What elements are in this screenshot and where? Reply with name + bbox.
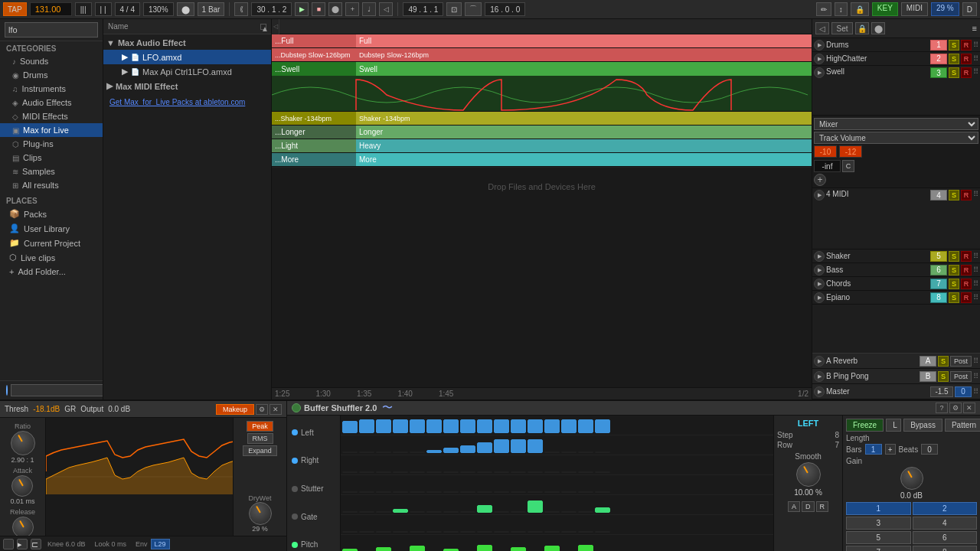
bs-bar-3-6[interactable] <box>443 491 459 493</box>
gain-knob[interactable] <box>900 467 923 490</box>
pingpong-post-btn[interactable]: Post <box>950 371 972 382</box>
attack-knob[interactable] <box>11 475 33 497</box>
bs-bar-1-13[interactable] <box>561 452 577 453</box>
num-5[interactable]: 5 <box>846 531 911 544</box>
bs-bar-5-8[interactable] <box>477 531 492 533</box>
bs-bar-2-5[interactable] <box>426 471 442 473</box>
stutter-dot[interactable] <box>292 486 298 492</box>
bs-bar-5-6[interactable] <box>443 531 459 533</box>
bs-bar-3-8[interactable] <box>477 491 492 493</box>
scroll-up-btn[interactable]: ▲ <box>260 24 266 30</box>
bs-bar-5-5[interactable] <box>426 531 442 533</box>
l-btn[interactable]: L <box>886 419 901 432</box>
sidebar-item-plugins[interactable]: ⬡ Plug-ins <box>0 137 103 151</box>
bs-bar-6-4[interactable] <box>410 546 425 551</box>
expand-btn[interactable]: Expand <box>243 445 277 456</box>
bs-bar-2-8[interactable] <box>477 471 492 473</box>
tap-button[interactable]: TAP <box>3 2 27 16</box>
sidebar-item-midi-effects[interactable]: ◇ MIDI Effects <box>0 109 103 123</box>
sidebar-item-audio-effects[interactable]: ◈ Audio Effects <box>0 96 103 109</box>
search-input[interactable] <box>5 22 98 37</box>
drums-play-btn[interactable]: ▶ <box>814 40 825 51</box>
chords-r-btn[interactable]: R <box>961 279 972 289</box>
pencil-btn[interactable]: ✏ <box>816 2 831 16</box>
bs-bar-1-7[interactable] <box>460 445 475 453</box>
browser-item-max-api[interactable]: ▶ 📄 Max Api Ctrl1LFO.amxd <box>103 64 271 79</box>
bs-bar-5-14[interactable] <box>578 531 593 533</box>
swell-play-btn[interactable]: ▶ <box>814 67 825 78</box>
bs-bar-5-15[interactable] <box>595 531 610 533</box>
bs-bar-4-4[interactable] <box>410 511 425 513</box>
vol-c-btn[interactable]: C <box>842 160 854 172</box>
bs-bar-3-3[interactable] <box>393 491 408 493</box>
bs-bar-1-9[interactable] <box>494 439 509 453</box>
right-dot[interactable] <box>292 458 298 464</box>
undo-btn[interactable]: ◁ <box>815 22 829 34</box>
clip-full-left[interactable]: ...Full <box>272 34 356 47</box>
midi-play-btn[interactable]: ▶ <box>814 190 825 201</box>
bs-bar-2-3[interactable] <box>393 471 408 473</box>
bs-bar-5-3[interactable] <box>393 531 408 533</box>
bs-bar-4-14[interactable] <box>578 511 593 513</box>
sidebar-item-add-folder[interactable]: + Add Folder... <box>0 265 103 279</box>
bs-bar-4-8[interactable] <box>477 505 492 513</box>
clip-heavy-right[interactable]: Heavy <box>356 139 812 152</box>
bs-bar-0-8[interactable] <box>477 419 492 433</box>
bs-bar-4-9[interactable] <box>494 511 509 513</box>
swell-s-btn[interactable]: S <box>949 67 959 78</box>
bs-power-icon[interactable] <box>292 403 301 412</box>
bs-bar-5-10[interactable] <box>511 531 526 533</box>
bs-bar-5-13[interactable] <box>561 531 577 533</box>
drums-s-btn[interactable]: S <box>949 40 959 51</box>
clip-more-left[interactable]: ...More <box>272 153 356 166</box>
comp-icon-btn2[interactable]: ▸ <box>17 539 28 549</box>
record-ctrl-btn[interactable]: ⬤ <box>871 22 885 34</box>
bs-bar-4-7[interactable] <box>460 511 475 513</box>
drums-r-btn[interactable]: R <box>961 40 972 51</box>
comp-settings-btn[interactable]: ⚙ <box>256 404 268 415</box>
gate-dot[interactable] <box>292 514 298 520</box>
chords-s-btn[interactable]: S <box>949 279 959 289</box>
bs-bar-1-8[interactable] <box>477 442 492 453</box>
rms-btn[interactable]: RMS <box>247 433 273 444</box>
midi-s-btn[interactable]: S <box>949 190 959 201</box>
bs-bar-0-6[interactable] <box>443 419 459 433</box>
clip-swell-right[interactable]: Swell <box>356 62 812 76</box>
sidebar-item-samples[interactable]: ≋ Samples <box>0 165 103 178</box>
bs-bar-4-5[interactable] <box>426 511 442 513</box>
bs-bar-6-10[interactable] <box>511 547 526 551</box>
epiano-r-btn[interactable]: R <box>961 292 972 303</box>
sidebar-item-clips[interactable]: ▤ Clips <box>0 151 103 165</box>
bs-bar-2-6[interactable] <box>443 471 459 473</box>
env-val[interactable]: L29 <box>151 539 170 549</box>
bs-bar-1-0[interactable] <box>342 452 358 453</box>
mixer-select[interactable]: Mixer <box>814 118 978 130</box>
master-play-btn[interactable]: ▶ <box>814 386 825 397</box>
bs-bar-3-9[interactable] <box>494 491 509 493</box>
reverb-s-btn[interactable]: S <box>938 356 949 367</box>
bs-bar-4-15[interactable] <box>595 507 610 513</box>
bass-s-btn[interactable]: S <box>949 265 959 276</box>
bs-bar-5-11[interactable] <box>528 531 543 533</box>
bs-bar-0-4[interactable] <box>410 419 425 433</box>
r-btn[interactable]: R <box>816 501 829 512</box>
bs-bar-2-9[interactable] <box>494 471 509 473</box>
clip-more-right[interactable]: More <box>356 153 812 166</box>
bs-bar-1-11[interactable] <box>528 439 543 453</box>
bs-bar-2-13[interactable] <box>561 471 577 473</box>
epiano-play-btn[interactable]: ▶ <box>814 292 825 303</box>
bs-bar-4-3[interactable] <box>393 509 408 513</box>
clip-full-right[interactable]: Full <box>356 34 812 47</box>
bs-bar-4-11[interactable] <box>528 500 543 513</box>
bs-bar-5-12[interactable] <box>544 531 560 533</box>
num-2[interactable]: 2 <box>913 502 978 515</box>
key-button[interactable]: KEY <box>872 2 898 16</box>
clip-shaker-left[interactable]: ...Shaker -134bpm <box>272 112 356 125</box>
a-btn[interactable]: A <box>788 501 800 512</box>
browser-group-max-audio[interactable]: ▼ Max Audio Effect <box>103 36 271 50</box>
bs-bar-0-10[interactable] <box>511 419 526 433</box>
bs-bar-0-12[interactable] <box>544 419 560 433</box>
bs-bar-2-11[interactable] <box>528 471 543 473</box>
chords-play-btn[interactable]: ▶ <box>814 279 825 289</box>
comp-close-btn[interactable]: ✕ <box>270 404 282 415</box>
